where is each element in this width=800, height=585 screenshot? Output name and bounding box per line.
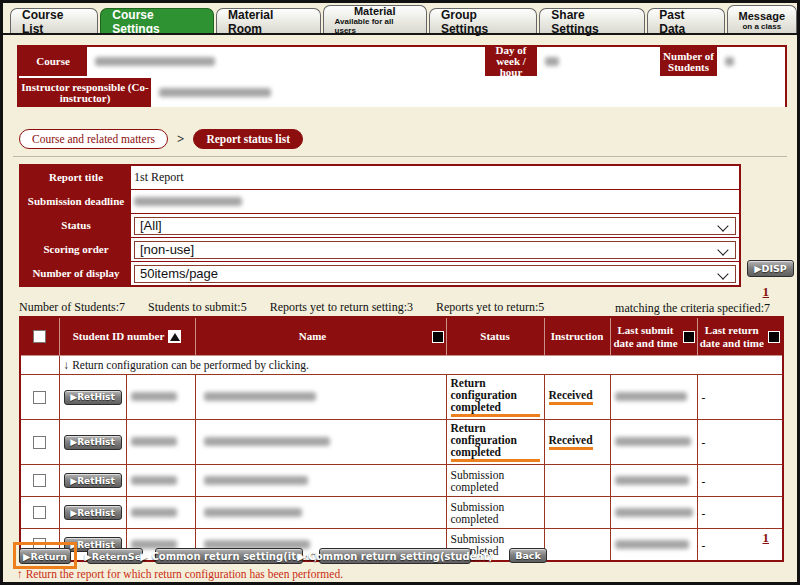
instructor-value <box>151 78 785 107</box>
redacted-student-name[interactable] <box>204 476 308 485</box>
page-number-link-bottom[interactable]: 1 <box>763 530 770 546</box>
breadcrumb-course-related-button[interactable]: Course and related matters <box>19 129 168 149</box>
section-divider <box>13 156 787 157</box>
last-submit-header: Last submit date and time <box>613 324 679 350</box>
redacted-student-id <box>131 437 177 446</box>
tab-label: Group Settings <box>441 8 525 36</box>
number-of-students-value <box>717 47 785 76</box>
table-header-row: Student ID number Name Status Instructio… <box>20 317 783 356</box>
status-value[interactable]: Submission completed <box>451 501 505 525</box>
tab-material-room[interactable]: Material Room <box>216 8 321 34</box>
common-return-setting-student-button[interactable]: ▶ Common return setting(student) <box>319 548 471 564</box>
stat-number-of-students: Number of Students:7 <box>19 300 125 314</box>
name-header: Name <box>198 330 428 343</box>
tab-label: Course List <box>22 8 86 36</box>
table-note-row: ↓ Return configuration can be performed … <box>20 356 783 375</box>
back-button[interactable]: Back <box>509 548 547 563</box>
last-return-value: - <box>697 497 783 529</box>
sort-ascending-icon[interactable] <box>168 330 181 343</box>
last-return-header: Last return date and time <box>700 324 765 350</box>
number-of-display-select[interactable]: 50items/page <box>134 265 736 283</box>
redacted-count <box>725 57 734 66</box>
page-number-link-top[interactable]: 1 <box>763 284 770 300</box>
stat-reports-yet-to-return: Reports yet to return:5 <box>436 300 544 314</box>
row-checkbox[interactable] <box>33 436 46 449</box>
report-filter-form: Report title 1st Report Submission deadl… <box>19 164 741 287</box>
select-all-checkbox[interactable] <box>33 330 46 343</box>
tab-group-settings[interactable]: Group Settings <box>429 8 537 34</box>
table-row: ▶RetHist Submission completed - <box>20 497 783 529</box>
return-footnote: ↑ Return the report for which return con… <box>17 568 343 580</box>
table-row: ▶RetHist Return configuration completed … <box>20 420 783 465</box>
return-button[interactable]: ▶Return <box>19 548 71 564</box>
last-return-value: - <box>697 529 783 562</box>
tab-label: Material <box>354 5 396 17</box>
redacted-instructor <box>159 88 271 97</box>
chevron-down-icon <box>717 220 728 231</box>
redacted-student-name[interactable] <box>204 392 316 401</box>
tab-label: Share Settings <box>551 8 633 36</box>
tab-bar: Course List Course Settings Material Roo… <box>10 5 797 34</box>
stat-reports-yet-return-setting: Reports yet to return setting:3 <box>270 300 413 314</box>
tab-label: Material Room <box>228 8 309 36</box>
rethist-button[interactable]: ▶RetHist <box>64 390 122 405</box>
last-return-value: - <box>697 375 783 420</box>
instructor-label: Instructor responsible (Co-instructor) <box>19 78 151 107</box>
redacted-student-id <box>131 508 177 517</box>
course-value <box>87 47 485 76</box>
status-value[interactable]: Return configuration completed <box>451 377 540 417</box>
scoring-order-label: Scoring order <box>21 238 131 261</box>
tab-material[interactable]: Material Available for all users <box>323 5 427 34</box>
course-info-box: Course Day of week / hour Number of Stud… <box>17 45 787 107</box>
table-row: ▶RetHist Submission completed - <box>20 465 783 497</box>
table-row: ▶RetHist Return configuration completed … <box>20 375 783 420</box>
scoring-order-select[interactable]: [non-use] <box>134 241 736 259</box>
tab-past-data[interactable]: Past Data <box>647 8 724 34</box>
status-filter-label: Status <box>21 214 131 237</box>
tab-sublabel: on a class <box>742 22 781 31</box>
tab-label: Message <box>739 10 785 22</box>
return-config-note: ↓ Return configuration can be performed … <box>59 356 783 375</box>
reternset-button[interactable]: ▶ReternSet <box>87 548 143 564</box>
tab-bar-underline <box>3 33 797 35</box>
submission-deadline-label: Submission deadline <box>21 190 131 213</box>
status-value[interactable]: Submission completed <box>451 469 505 493</box>
redacted-student-id <box>131 476 177 485</box>
sort-icon[interactable] <box>683 331 695 343</box>
redacted-student-name[interactable] <box>204 508 302 517</box>
day-of-week-label: Day of week / hour <box>485 47 537 76</box>
instruction-header: Instruction <box>551 330 604 342</box>
redacted-day <box>545 57 559 66</box>
report-title-label: Report title <box>21 166 131 189</box>
day-of-week-value <box>537 47 660 76</box>
rethist-button[interactable]: ▶RetHist <box>64 473 122 488</box>
row-checkbox[interactable] <box>33 391 46 404</box>
tab-share-settings[interactable]: Share Settings <box>539 8 645 34</box>
common-return-setting-item-button[interactable]: ▶ Common return setting(item) <box>155 548 303 564</box>
disp-button[interactable]: ▶DISP <box>747 260 794 277</box>
submission-deadline-value <box>131 190 739 213</box>
page-background: Course List Course Settings Material Roo… <box>3 3 797 582</box>
report-status-table: Student ID number Name Status Instructio… <box>19 316 784 562</box>
tab-message[interactable]: Message on a class <box>727 5 797 34</box>
redacted-submit-date <box>615 437 691 446</box>
redacted-submit-date <box>615 508 693 517</box>
redacted-student-name[interactable] <box>204 437 330 446</box>
chevron-down-icon <box>717 244 728 255</box>
breadcrumb: Course and related matters > Report stat… <box>19 129 303 149</box>
breadcrumb-report-status-list: Report status list <box>193 129 303 149</box>
status-value[interactable]: Return configuration completed <box>451 422 540 462</box>
tab-course-list[interactable]: Course List <box>10 8 98 34</box>
last-return-value: - <box>697 465 783 497</box>
rethist-button[interactable]: ▶RetHist <box>64 505 122 520</box>
row-checkbox[interactable] <box>33 506 46 519</box>
rethist-button[interactable]: ▶RetHist <box>64 435 122 450</box>
row-checkbox[interactable] <box>33 474 46 487</box>
instruction-value: Received <box>549 434 593 450</box>
sort-icon[interactable] <box>432 331 444 343</box>
status-select[interactable]: [All] <box>134 217 736 235</box>
sort-icon[interactable] <box>768 331 780 343</box>
chevron-down-icon <box>717 268 728 279</box>
last-return-value: - <box>697 420 783 465</box>
tab-course-settings[interactable]: Course Settings <box>100 8 214 34</box>
